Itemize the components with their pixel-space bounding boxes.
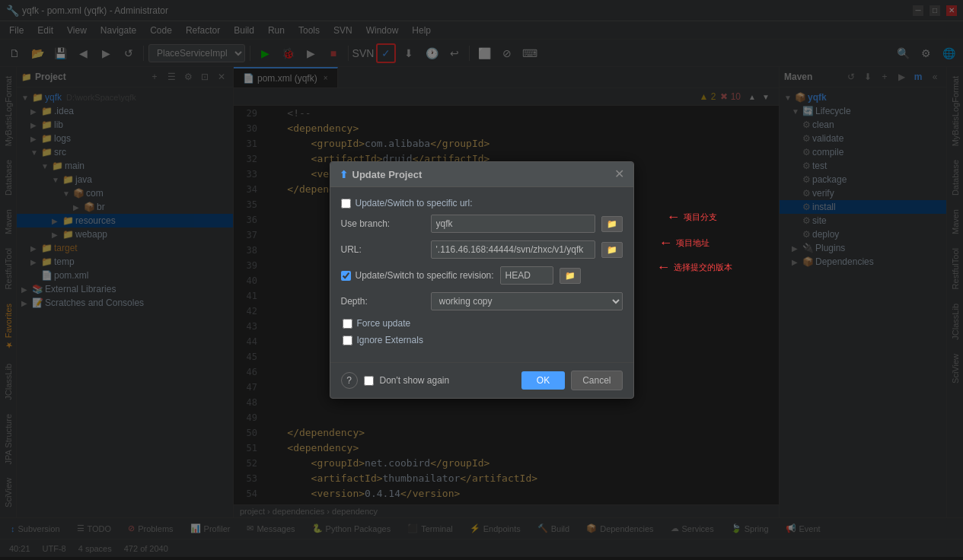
help-btn[interactable]: ?: [341, 372, 358, 389]
annotation-revision: ← 选择提交的版本: [657, 259, 732, 275]
modal-title: ⬆ Update Project: [340, 169, 423, 180]
branch-input[interactable]: [431, 215, 595, 233]
modal-close-btn[interactable]: ✕: [614, 168, 624, 180]
force-update-label: Force update: [357, 318, 411, 329]
update-project-dialog: ⬆ Update Project ✕ Update/Switch to spec…: [330, 161, 634, 399]
ignore-externals-label: Ignore Externals: [357, 335, 423, 345]
annotation-url-text: 项目地址: [676, 237, 709, 249]
cancel-button[interactable]: Cancel: [571, 371, 622, 390]
dont-show-checkbox[interactable]: [364, 376, 374, 386]
force-update-row: Force update: [341, 318, 623, 329]
annotation-revision-text: 选择提交的版本: [674, 262, 732, 273]
modal-title-text: Update Project: [352, 169, 423, 180]
annotation-branch: ← 项目分支: [667, 209, 717, 225]
depth-select[interactable]: working copy infinity empty files immedi…: [431, 292, 623, 310]
modal-title-icon: ⬆: [340, 169, 348, 180]
modal-body: Update/Switch to specific url: Use branc…: [330, 187, 633, 362]
annotation-branch-text: 项目分支: [684, 212, 717, 223]
revision-checkbox[interactable]: [341, 271, 351, 281]
url-input[interactable]: [431, 240, 595, 259]
ignore-externals-checkbox[interactable]: [343, 336, 352, 345]
dont-show-label: Don't show again: [380, 375, 450, 386]
modal-footer: ? Don't show again OK Cancel: [330, 362, 633, 398]
branch-label: Use branch:: [341, 218, 425, 229]
url-label: URL:: [341, 244, 425, 255]
ok-button[interactable]: OK: [521, 371, 565, 390]
branch-browse-btn[interactable]: 📁: [601, 216, 623, 232]
arrow-revision: ←: [657, 259, 671, 275]
revision-label: Update/Switch to specific revision:: [356, 270, 494, 281]
modal-overlay[interactable]: ⬆ Update Project ✕ Update/Switch to spec…: [0, 0, 963, 560]
url-row: URL: 📁: [341, 240, 623, 259]
depth-label: Depth:: [341, 296, 425, 307]
branch-row: Use branch: 📁: [341, 215, 623, 233]
url-checkbox-row: Update/Switch to specific url:: [341, 198, 623, 208]
arrow-url: ←: [659, 235, 673, 251]
annotation-url: ← 项目地址: [659, 235, 709, 251]
depth-row: Depth: working copy infinity empty files…: [341, 292, 623, 310]
url-checkbox-label: Update/Switch to specific url:: [356, 198, 473, 208]
ignore-externals-row: Ignore Externals: [341, 335, 623, 345]
revision-input[interactable]: [500, 266, 553, 285]
revision-browse-btn[interactable]: 📁: [560, 268, 581, 284]
url-checkbox[interactable]: [341, 199, 351, 208]
force-update-checkbox[interactable]: [343, 319, 352, 329]
url-browse-btn[interactable]: 📁: [601, 242, 623, 258]
revision-row: Update/Switch to specific revision: 📁: [341, 266, 623, 285]
modal-header: ⬆ Update Project ✕: [330, 162, 633, 187]
arrow-branch: ←: [667, 209, 681, 225]
